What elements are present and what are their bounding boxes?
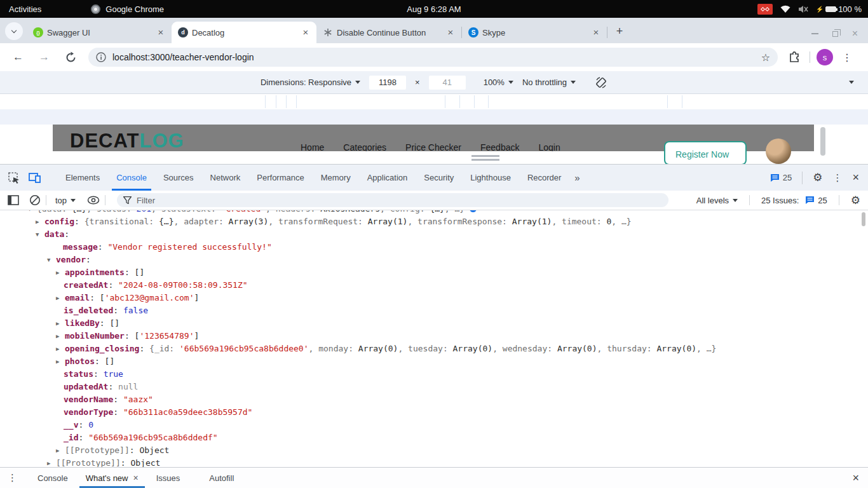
console-token: : bbox=[113, 306, 123, 315]
drawer-tab-autofill[interactable]: Autofill bbox=[200, 468, 243, 488]
issues-badge[interactable]: 25 bbox=[805, 196, 827, 205]
device-toolbar-more-icon[interactable] bbox=[849, 81, 854, 84]
clear-console-icon[interactable] bbox=[29, 194, 41, 206]
browser-tab-disable-continue[interactable]: Disable Continue Button × bbox=[316, 22, 461, 43]
site-info-icon[interactable] bbox=[96, 52, 106, 62]
expand-down-icon[interactable]: ▼ bbox=[36, 228, 44, 241]
expand-right-icon[interactable]: ▶ bbox=[56, 355, 65, 368]
extensions-icon[interactable] bbox=[788, 51, 801, 64]
omnibox[interactable]: localhost:3000/teacher-vendor-login ☆ bbox=[88, 48, 778, 67]
restore-icon[interactable] bbox=[832, 31, 838, 37]
expand-down-icon[interactable]: ▼ bbox=[28, 210, 37, 215]
tab-network[interactable]: Network bbox=[202, 165, 249, 191]
close-tab-icon[interactable]: × bbox=[155, 27, 166, 38]
live-expression-eye-icon[interactable] bbox=[87, 196, 100, 205]
info-icon[interactable] bbox=[470, 210, 477, 212]
register-now-button[interactable]: Register Now bbox=[664, 141, 747, 164]
drawer-tab-issues[interactable]: Issues bbox=[147, 468, 189, 488]
drawer-tab-whats-new[interactable]: What's new × bbox=[77, 468, 147, 488]
close-window-icon[interactable]: × bbox=[852, 30, 858, 37]
expand-right-icon[interactable]: ▶ bbox=[56, 330, 65, 342]
issues-count-label[interactable]: 25 Issues: bbox=[761, 196, 799, 205]
console-token: vendorType bbox=[64, 407, 113, 417]
battery-icon bbox=[825, 6, 836, 12]
nav-item-feedback[interactable]: Feedback bbox=[480, 142, 519, 151]
console-messages-badge[interactable]: 25 bbox=[770, 173, 792, 182]
console-sidebar-icon[interactable] bbox=[8, 195, 19, 205]
log-levels-select[interactable]: All levels bbox=[696, 196, 738, 205]
console-token: [[Prototype]] bbox=[65, 445, 130, 455]
close-tab-icon[interactable]: × bbox=[445, 27, 456, 38]
forward-icon[interactable]: → bbox=[39, 51, 50, 64]
browser-tab-strip: {} Swagger UI × d Decatlog × Disable Con… bbox=[0, 18, 868, 43]
zoom-select[interactable]: 100% bbox=[484, 78, 513, 87]
devtools-menu-icon[interactable]: ⋮ bbox=[832, 172, 842, 184]
tab-performance[interactable]: Performance bbox=[248, 165, 312, 191]
console-token: data bbox=[44, 229, 64, 239]
viewport-width-input[interactable]: 1198 bbox=[369, 76, 406, 90]
console-filter-input[interactable]: Filter bbox=[117, 193, 668, 207]
tab-search-button[interactable] bbox=[5, 22, 23, 40]
reload-icon[interactable] bbox=[65, 51, 77, 64]
nav-item-home[interactable]: Home bbox=[301, 142, 324, 151]
clock[interactable]: Aug 9 6:28 AM bbox=[0, 4, 868, 14]
profile-avatar[interactable]: s bbox=[817, 49, 833, 65]
console-token: , transformRequest: bbox=[268, 217, 368, 226]
nav-item-price-checker[interactable]: Price Checker bbox=[405, 142, 461, 151]
console-scrollbar-thumb[interactable] bbox=[862, 212, 865, 226]
js-context-select[interactable]: top bbox=[55, 196, 76, 205]
expand-right-icon[interactable]: ▶ bbox=[56, 342, 65, 355]
expand-right-icon[interactable]: ▶ bbox=[56, 292, 65, 304]
expand-right-icon[interactable]: ▶ bbox=[36, 215, 44, 228]
rotate-viewport-icon[interactable] bbox=[595, 76, 607, 89]
expand-right-icon[interactable]: ▶ bbox=[56, 317, 65, 330]
browser-tab-decatlog[interactable]: d Decatlog × bbox=[172, 22, 316, 43]
bookmark-star-icon[interactable]: ☆ bbox=[761, 51, 770, 64]
close-tab-icon[interactable]: × bbox=[590, 27, 602, 38]
console-token: true bbox=[104, 369, 123, 379]
browser-tab-swagger[interactable]: {} Swagger UI × bbox=[27, 22, 172, 43]
browser-menu-icon[interactable]: ⋮ bbox=[842, 51, 852, 64]
drawer-tab-console[interactable]: Console bbox=[29, 468, 77, 488]
viewport-height-input[interactable]: 41 bbox=[429, 76, 466, 90]
drawer-menu-icon[interactable]: ⋮ bbox=[8, 472, 17, 484]
console-line: _id: "66b569a196cb95ca8b6ddedf" bbox=[0, 431, 868, 444]
console-line: message: "Vendor registered successfully… bbox=[0, 241, 868, 254]
expand-down-icon[interactable]: ▼ bbox=[47, 254, 56, 266]
throttling-select[interactable]: No throttling bbox=[522, 78, 576, 87]
drawer-close-icon[interactable]: × bbox=[852, 471, 859, 485]
devtools-settings-icon[interactable]: ⚙ bbox=[813, 172, 822, 183]
toggle-device-toolbar-icon[interactable] bbox=[28, 172, 42, 184]
site-logo[interactable]: DECATLOG bbox=[70, 130, 184, 151]
tab-elements[interactable]: Elements bbox=[57, 165, 108, 191]
close-drawer-tab-icon[interactable]: × bbox=[133, 473, 139, 483]
devtools-close-icon[interactable]: × bbox=[852, 171, 859, 184]
inspect-element-icon[interactable] bbox=[8, 172, 20, 184]
expand-right-icon[interactable]: ▶ bbox=[56, 266, 65, 279]
nav-item-login[interactable]: Login bbox=[538, 142, 560, 151]
tab-lighthouse[interactable]: Lighthouse bbox=[462, 165, 519, 191]
tab-application[interactable]: Application bbox=[359, 165, 416, 191]
console-output[interactable]: ▼{data: {…}, status: 201, statusText: 'C… bbox=[0, 210, 868, 467]
expand-right-icon[interactable]: ▶ bbox=[47, 457, 56, 467]
console-settings-icon[interactable]: ⚙ bbox=[851, 195, 860, 206]
url-text[interactable]: localhost:3000/teacher-vendor-login bbox=[112, 52, 761, 62]
site-user-avatar[interactable] bbox=[766, 139, 791, 164]
tab-recorder[interactable]: Recorder bbox=[519, 165, 569, 191]
page-scrollbar-thumb[interactable] bbox=[820, 127, 825, 156]
tab-security[interactable]: Security bbox=[416, 165, 462, 191]
more-tabs-icon[interactable]: » bbox=[574, 172, 580, 183]
tab-sources[interactable]: Sources bbox=[155, 165, 202, 191]
close-tab-icon[interactable]: × bbox=[300, 27, 311, 38]
tab-memory[interactable]: Memory bbox=[313, 165, 359, 191]
expand-right-icon[interactable]: ▶ bbox=[56, 444, 65, 457]
back-icon[interactable]: ← bbox=[13, 51, 24, 64]
tab-console[interactable]: Console bbox=[108, 165, 155, 191]
minimize-icon[interactable] bbox=[811, 33, 818, 34]
dimensions-select[interactable]: Dimensions: Responsive bbox=[261, 78, 360, 87]
divider bbox=[802, 172, 803, 184]
browser-tab-skype[interactable]: S Skype × bbox=[462, 22, 607, 43]
console-token: vendorName bbox=[64, 395, 113, 404]
nav-item-categories[interactable]: Categories bbox=[343, 142, 386, 151]
new-tab-button[interactable]: + bbox=[611, 23, 628, 39]
